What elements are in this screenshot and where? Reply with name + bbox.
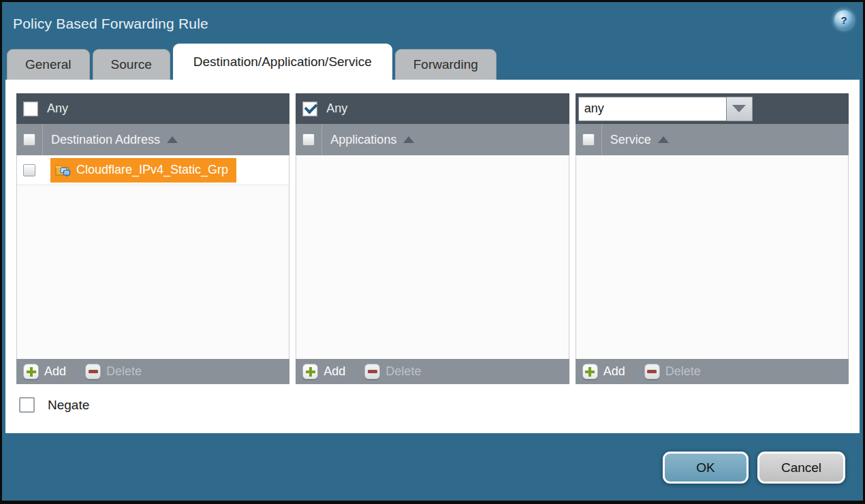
- applications-add-button[interactable]: Add: [302, 364, 345, 379]
- tab-forwarding[interactable]: Forwarding: [395, 49, 497, 80]
- column-divider: [321, 124, 322, 155]
- destination-address-panel: Any Destination Address: [16, 93, 289, 384]
- tab-bar: General Source Destination/Application/S…: [2, 46, 863, 80]
- service-add-button[interactable]: Add: [582, 364, 625, 379]
- applications-any-bar: Any: [296, 93, 569, 124]
- applications-header-label: Applications: [330, 133, 396, 147]
- delete-button-label: Delete: [665, 364, 701, 379]
- service-panel: Service Add Delete: [576, 93, 849, 384]
- destination-list: Cloudflare_IPv4_Static_Grp: [16, 155, 289, 359]
- service-dropdown: [578, 97, 753, 121]
- service-dropdown-value[interactable]: [578, 97, 727, 121]
- applications-column-header[interactable]: Applications: [296, 124, 569, 155]
- delete-button-label: Delete: [386, 364, 421, 379]
- destination-any-label: Any: [47, 101, 68, 116]
- help-icon[interactable]: [834, 10, 853, 29]
- sort-ascending-icon: [403, 136, 414, 143]
- address-group-icon: [55, 163, 72, 177]
- negate-label: Negate: [48, 398, 89, 413]
- service-footer: Add Delete: [576, 359, 849, 384]
- service-dropdown-bar: [576, 93, 849, 124]
- destination-any-bar: Any: [16, 93, 289, 124]
- tab-source[interactable]: Source: [93, 49, 170, 80]
- add-plus-icon: [23, 364, 39, 379]
- applications-any-label: Any: [326, 101, 347, 116]
- tab-destination-label: Destination/Application/Service: [193, 54, 372, 69]
- service-header-label: Service: [610, 133, 651, 147]
- add-button-label: Add: [324, 364, 345, 379]
- tab-source-label: Source: [111, 57, 152, 72]
- delete-minus-icon: [85, 364, 101, 379]
- column-divider: [42, 124, 43, 155]
- applications-selectall-wrap: [296, 124, 321, 155]
- tab-forwarding-label: Forwarding: [413, 57, 478, 72]
- destination-add-button[interactable]: Add: [23, 364, 66, 379]
- destination-footer: Add Delete: [16, 359, 289, 384]
- service-list: [576, 155, 849, 359]
- address-group-name: Cloudflare_IPv4_Static_Grp: [76, 163, 228, 177]
- negate-checkbox[interactable]: [19, 397, 35, 413]
- tab-destination-application-service[interactable]: Destination/Application/Service: [173, 44, 392, 80]
- service-delete-button[interactable]: Delete: [644, 364, 701, 379]
- destination-delete-button[interactable]: Delete: [85, 364, 142, 379]
- column-divider: [601, 124, 602, 155]
- add-plus-icon: [302, 364, 318, 379]
- destination-column-header[interactable]: Destination Address: [16, 124, 289, 155]
- service-column-header[interactable]: Service: [576, 124, 849, 155]
- ok-button-label: OK: [696, 460, 714, 475]
- tab-content: Any Destination Address: [5, 80, 860, 433]
- dialog-title: Policy Based Forwarding Rule: [13, 16, 208, 32]
- three-column-layout: Any Destination Address: [16, 93, 849, 384]
- applications-list: [296, 155, 569, 359]
- applications-selectall-checkbox[interactable]: [302, 133, 315, 146]
- applications-panel: Any Applications Add: [296, 93, 569, 384]
- chevron-down-icon: [732, 105, 746, 112]
- ok-button[interactable]: OK: [663, 452, 749, 484]
- title-bar: Policy Based Forwarding Rule: [2, 2, 863, 46]
- cancel-button[interactable]: Cancel: [757, 452, 845, 484]
- dialog-footer: OK Cancel: [2, 433, 863, 484]
- applications-delete-button[interactable]: Delete: [364, 364, 421, 379]
- sort-ascending-icon: [167, 136, 178, 143]
- delete-button-label: Delete: [106, 364, 142, 379]
- pbf-rule-dialog: Policy Based Forwarding Rule General Sou…: [0, 0, 865, 504]
- add-button-label: Add: [44, 364, 66, 379]
- add-plus-icon: [582, 364, 598, 379]
- add-button-label: Add: [603, 364, 625, 379]
- selected-address-group-chip[interactable]: Cloudflare_IPv4_Static_Grp: [50, 158, 236, 183]
- destination-selectall-wrap: [16, 124, 42, 155]
- service-selectall-wrap: [576, 124, 601, 155]
- service-selectall-checkbox[interactable]: [582, 133, 595, 146]
- applications-any-checkbox[interactable]: [302, 101, 317, 116]
- delete-minus-icon: [644, 364, 660, 379]
- tab-general[interactable]: General: [7, 49, 90, 80]
- destination-selectall-checkbox[interactable]: [23, 133, 35, 146]
- tab-general-label: General: [25, 57, 72, 72]
- destination-row-checkbox[interactable]: [23, 164, 35, 176]
- destination-list-item[interactable]: Cloudflare_IPv4_Static_Grp: [17, 155, 289, 185]
- negate-row: Negate: [16, 397, 849, 413]
- sort-ascending-icon: [658, 136, 669, 143]
- delete-minus-icon: [364, 364, 380, 379]
- destination-any-checkbox[interactable]: [23, 101, 38, 116]
- service-dropdown-button[interactable]: [727, 97, 753, 121]
- cancel-button-label: Cancel: [781, 460, 821, 475]
- destination-header-label: Destination Address: [51, 133, 160, 147]
- applications-footer: Add Delete: [296, 359, 569, 384]
